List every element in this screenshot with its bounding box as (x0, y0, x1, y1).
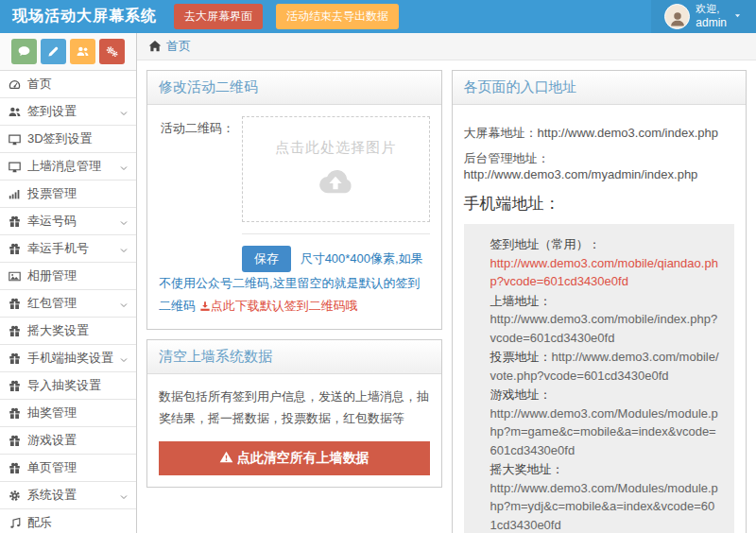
download-icon (199, 301, 211, 312)
sidebar-item-import-lottery-settings[interactable]: 导入抽奖设置 (0, 372, 136, 399)
breadcrumb: 首页 (137, 33, 756, 60)
sidebar-item-label: 游戏设置 (27, 432, 129, 449)
sidebar-row-home: 首页 (0, 71, 136, 98)
sidebar-item-checkin-settings[interactable]: 签到设置 (0, 98, 136, 125)
left-column: 修改活动二维码 活动二维码： 点击此处选择图片 保存 尺寸400 (146, 70, 442, 488)
sidebar-menu: 首页签到设置3D签到设置上墙消息管理投票管理幸运号码幸运手机号相册管理红包管理摇… (0, 71, 136, 533)
gift-icon (9, 325, 21, 337)
qrcode-upload-dropzone[interactable]: 点击此处选择图片 (242, 116, 430, 222)
sidebar-item-lucky-number[interactable]: 幸运号码 (0, 208, 136, 234)
sidebar: 首页签到设置3D签到设置上墙消息管理投票管理幸运号码幸运手机号相册管理红包管理摇… (0, 33, 137, 533)
gift-icon (9, 407, 27, 420)
chevron-down-icon (119, 215, 129, 229)
qrcode-field-label: 活动二维码： (159, 116, 242, 222)
sidebar-item-background-music[interactable]: 配乐 (0, 509, 136, 533)
shortcut-users-button[interactable] (70, 39, 95, 64)
sidebar-row-lucky-number: 幸运号码 (0, 208, 136, 235)
sidebar-item-shake-prize-settings[interactable]: 摇大奖设置 (0, 318, 136, 344)
sidebar-item-label: 3D签到设置 (27, 130, 129, 147)
gift-icon (9, 325, 27, 337)
sidebar-item-album-management[interactable]: 相册管理 (0, 263, 136, 289)
chevron-down-icon (119, 352, 129, 366)
sidebar-row-lucky-phone-number: 幸运手机号 (0, 235, 136, 263)
picture-icon (9, 270, 27, 283)
mobile-entry-label: 摇大奖地址： (490, 460, 722, 479)
user-avatar (664, 4, 690, 29)
warning-icon (219, 450, 233, 464)
sidebar-item-lottery-management[interactable]: 抽奖管理 (0, 400, 136, 426)
sidebar-item-single-page-management[interactable]: 单页管理 (0, 455, 136, 481)
save-button[interactable]: 保存 (242, 246, 291, 272)
gift-icon (9, 298, 27, 310)
gift-icon (9, 298, 21, 310)
sidebar-row-system-settings: 系统设置 (0, 482, 136, 509)
mobile-entry-url: http://www.demo3.com/Modules/module.php?… (490, 481, 718, 532)
sidebar-item-system-settings[interactable]: 系统设置 (0, 482, 136, 508)
gift-icon (9, 352, 21, 365)
mobile-entry-url[interactable]: http://www.demo3.com/mobile/qiandao.php?… (490, 256, 718, 289)
gift-icon (9, 215, 27, 228)
chevron-down-icon (119, 242, 129, 256)
sidebar-item-label: 系统设置 (27, 487, 119, 504)
sidebar-row-mobile-lottery-settings: 手机端抽奖设置 (0, 345, 136, 372)
goto-bigscreen-button[interactable]: 去大屏幕界面 (174, 4, 263, 29)
gift-icon (9, 380, 21, 392)
person-icon (668, 9, 687, 28)
export-data-button[interactable]: 活动结束去导出数据 (276, 4, 399, 29)
sidebar-item-label: 首页 (27, 76, 129, 93)
gift-icon (9, 352, 27, 365)
chevron-down-icon (119, 109, 129, 118)
clear-all-data-button[interactable]: 点此清空所有上墙数据 (159, 441, 430, 475)
sidebar-row-3d-checkin-settings: 3D签到设置 (0, 126, 136, 153)
sidebar-shortcuts (0, 33, 136, 71)
gift-icon (9, 407, 21, 420)
sidebar-item-label: 导入抽奖设置 (27, 377, 129, 394)
sidebar-row-lottery-management: 抽奖管理 (0, 400, 136, 427)
gift-icon (9, 243, 21, 255)
sidebar-item-vote-management[interactable]: 投票管理 (0, 181, 136, 207)
signal-icon (9, 188, 27, 200)
sidebar-item-wall-message-management[interactable]: 上墙消息管理 (0, 153, 136, 180)
sidebar-item-home[interactable]: 首页 (0, 71, 136, 97)
sidebar-row-import-lottery-settings: 导入抽奖设置 (0, 372, 136, 400)
entry-addresses-panel: 各页面的入口地址 大屏幕地址：http://www.demo3.com/inde… (452, 70, 747, 533)
bigscreen-address-url: http://www.demo3.com/index.php (538, 126, 719, 140)
sidebar-item-game-settings[interactable]: 游戏设置 (0, 427, 136, 454)
sidebar-row-album-management: 相册管理 (0, 263, 136, 290)
shortcut-comment-button[interactable] (11, 39, 37, 64)
qrcode-panel: 修改活动二维码 活动二维码： 点击此处选择图片 保存 尺寸400 (146, 70, 442, 330)
shortcut-pencil-button[interactable] (41, 39, 66, 64)
tachometer-icon (9, 78, 21, 91)
desktop-icon (9, 133, 21, 146)
chevron-down-icon (119, 301, 129, 310)
mobile-entry: 上墙地址：http://www.demo3.com/mobile/index.p… (490, 292, 722, 348)
mobile-entry-label: 上墙地址： (490, 292, 722, 311)
comment-icon (18, 45, 30, 58)
right-column: 各页面的入口地址 大屏幕地址：http://www.demo3.com/inde… (452, 70, 747, 533)
bigscreen-address-label: 大屏幕地址： (464, 126, 538, 140)
entry-panel-title: 各页面的入口地址 (453, 71, 747, 105)
download-default-qrcode-link[interactable]: 点此下载默认签到二维码哦 (199, 299, 358, 313)
mobile-entry: 摇大奖地址：http://www.demo3.com/Modules/modul… (490, 460, 722, 533)
shortcut-cogs-button[interactable] (99, 39, 125, 64)
sidebar-item-redpacket-management[interactable]: 红包管理 (0, 290, 136, 317)
gift-icon (9, 215, 21, 228)
sidebar-row-redpacket-management: 红包管理 (0, 290, 136, 318)
sidebar-item-mobile-lottery-settings[interactable]: 手机端抽奖设置 (0, 345, 136, 371)
sidebar-row-game-settings: 游戏设置 (0, 427, 136, 455)
mobile-entry: 游戏地址：http://www.demo3.com/Modules/module… (490, 386, 722, 459)
user-menu[interactable]: 欢迎, admin (651, 0, 756, 33)
sidebar-row-background-music: 配乐 (0, 509, 136, 533)
chevron-down-icon (119, 218, 129, 228)
breadcrumb-home-link[interactable]: 首页 (166, 38, 191, 55)
sidebar-item-3d-checkin-settings[interactable]: 3D签到设置 (0, 126, 136, 152)
upload-placeholder: 点击此处选择图片 (275, 139, 396, 157)
sidebar-item-lucky-phone-number[interactable]: 幸运手机号 (0, 235, 136, 262)
signal-icon (9, 188, 21, 200)
mobile-entry-label: 签到地址（常用）： (490, 235, 722, 254)
music-icon (9, 517, 27, 529)
gift-icon (9, 462, 27, 474)
chevron-down-icon (119, 105, 129, 119)
chevron-down-icon (119, 489, 129, 503)
caret-down-icon (732, 9, 743, 24)
